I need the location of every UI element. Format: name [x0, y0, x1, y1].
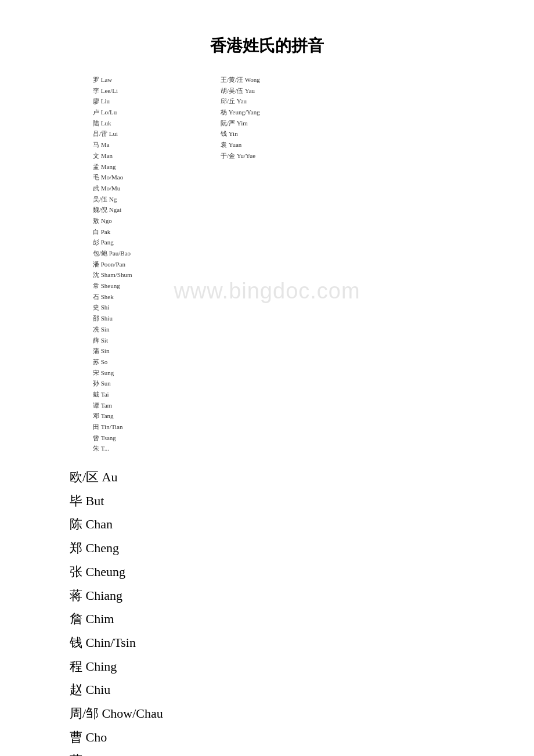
small-item: 沈 Sham/Shum	[93, 269, 221, 280]
small-item: 邓 Tang	[93, 411, 221, 422]
small-item: 于/金 Yu/Yue	[221, 150, 348, 161]
small-item: 杨 Yeung/Yang	[221, 107, 348, 118]
small-item: 包/鲍 Pau/Bao	[93, 248, 221, 259]
list-item: 蔡 Choi/Choy/Tsoi	[70, 749, 488, 756]
small-item: 罗 Law	[93, 74, 221, 85]
small-item: 谭 Tam	[93, 400, 221, 411]
small-item: 朱 T...	[93, 443, 221, 454]
small-item: 魏/倪 Ngai	[93, 204, 221, 215]
list-item: 蒋 Chiang	[70, 584, 488, 608]
list-item: 詹 Chim	[70, 607, 488, 631]
list-item: 周/邹 Chow/Chau	[70, 702, 488, 726]
small-item: 蒲 Sin	[93, 345, 221, 357]
small-item: 白 Pak	[93, 226, 221, 237]
small-list-col1: 罗 Law 李 Lee/Li 廖 Liu 卢 Lo/Lu 陆 Luk 吕/雷 L…	[93, 74, 221, 454]
small-item: 李 Lee/Li	[93, 85, 221, 96]
large-list-intro: 欧/区 Au	[70, 466, 488, 489]
small-item: 敖 Ngo	[93, 215, 221, 226]
small-item: 邵 Shiu	[93, 313, 221, 324]
small-item: 毛 Mo/Mao	[93, 172, 221, 183]
small-item: 苏 So	[93, 357, 221, 368]
list-item: 陈 Chan	[70, 513, 488, 537]
small-item: 石 Shek	[93, 291, 221, 303]
small-item: 阮/严 Yim	[221, 118, 348, 129]
small-item: 陆 Luk	[93, 118, 221, 129]
small-item: 常 Sheung	[93, 280, 221, 291]
small-item: 吕/雷 Lui	[93, 128, 221, 139]
small-list-section: 罗 Law 李 Lee/Li 廖 Liu 卢 Lo/Lu 陆 Luk 吕/雷 L…	[46, 74, 488, 454]
small-item: 孙 Sun	[93, 378, 221, 389]
list-item-ching: 程 Ching	[70, 655, 488, 679]
small-item: 孟 Mang	[93, 161, 221, 172]
list-item: 赵 Chiu	[70, 678, 488, 702]
small-item: 钱 Yin	[221, 128, 348, 139]
small-item: 宋 Sung	[93, 368, 221, 379]
list-item: 钱 Chin/Tsin	[70, 631, 488, 655]
small-item: 袁 Yuan	[221, 139, 348, 150]
small-item: 王/黄/汪 Wong	[221, 74, 348, 85]
small-item: 马 Ma	[93, 139, 221, 150]
list-item: 曹 Cho	[70, 726, 488, 750]
small-item: 冼 Sin	[93, 324, 221, 335]
list-item: 郑 Cheng	[70, 537, 488, 560]
page-title: 香港姓氏的拼音	[46, 35, 488, 57]
small-item: 史 Shi	[93, 302, 221, 313]
small-item: 彭 Pang	[93, 237, 221, 248]
small-list-col2: 王/黄/汪 Wong 胡/吴/伍 Yau 邱/丘 Yau 杨 Yeung/Yan…	[221, 74, 348, 454]
small-item: 曾 Tsang	[93, 433, 221, 444]
small-item: 廖 Liu	[93, 96, 221, 107]
small-item: 武 Mo/Mu	[93, 183, 221, 194]
large-list-section: 欧/区 Au 毕 But 陈 Chan 郑 Cheng 张 Cheung 蒋 C…	[46, 466, 488, 756]
small-item: 薛 Sit	[93, 335, 221, 346]
list-item: 张 Cheung	[70, 560, 488, 584]
small-item: 戴 Tai	[93, 389, 221, 400]
small-item: 邱/丘 Yau	[221, 96, 348, 107]
list-item: 毕 But	[70, 489, 488, 513]
small-item: 吴/伍 Ng	[93, 194, 221, 205]
small-item: 潘 Poon/Pan	[93, 259, 221, 270]
small-item: 文 Man	[93, 150, 221, 161]
small-item: 卢 Lo/Lu	[93, 107, 221, 118]
small-item: 胡/吴/伍 Yau	[221, 85, 348, 96]
small-item: 田 Tin/Tian	[93, 422, 221, 433]
